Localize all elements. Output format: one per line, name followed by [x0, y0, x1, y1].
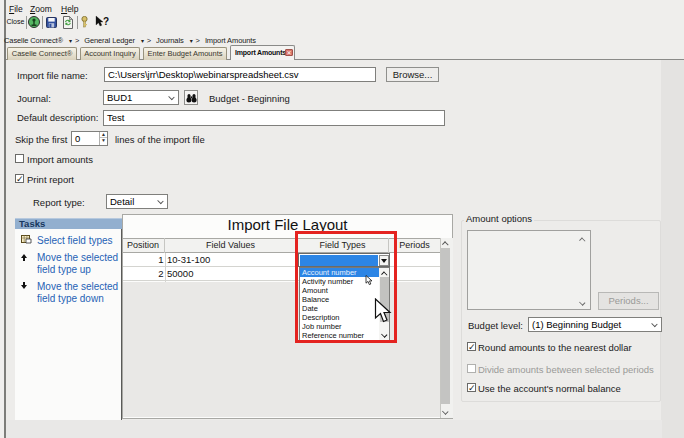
svg-text:?: ? [103, 16, 109, 27]
